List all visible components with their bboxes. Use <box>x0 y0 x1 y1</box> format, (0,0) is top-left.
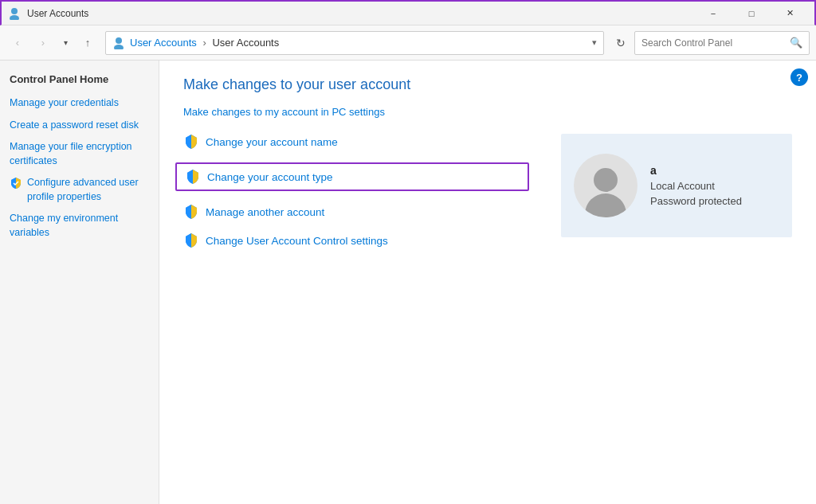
back-button[interactable]: ‹ <box>6 32 29 54</box>
sidebar-link-configure-advanced[interactable]: Configure advanced user profile properti… <box>27 176 149 204</box>
shield-icon-change-name <box>183 134 199 150</box>
account-name: a <box>650 164 742 177</box>
shield-icon-configure <box>10 177 22 189</box>
refresh-button[interactable]: ↻ <box>610 33 631 53</box>
forward-button[interactable]: › <box>32 32 54 54</box>
address-dropdown-icon[interactable]: ▾ <box>592 37 597 48</box>
account-panel: a Local Account Password protected <box>561 134 792 237</box>
sidebar-link-manage-encryption[interactable]: Manage your file encryption certificates <box>10 140 149 168</box>
content-area: ? Make changes to your user account Make… <box>159 61 816 504</box>
account-status: Password protected <box>650 195 742 207</box>
close-button[interactable]: ✕ <box>771 2 808 25</box>
account-info: a Local Account Password protected <box>650 164 742 207</box>
address-bar-icon <box>112 37 125 49</box>
svg-point-3 <box>114 45 124 49</box>
sidebar-link-create-password-reset[interactable]: Create a password reset disk <box>10 119 149 133</box>
history-dropdown[interactable]: ▾ <box>57 32 73 54</box>
account-type: Local Account <box>650 180 742 192</box>
action-change-type[interactable]: Change your account type <box>175 162 529 191</box>
breadcrumb-2: User Accounts <box>212 37 279 49</box>
minimize-button[interactable]: − <box>695 2 732 25</box>
navbar: ‹ › ▾ ↑ User Accounts › User Accounts ▾ … <box>0 25 816 61</box>
sidebar-link-change-env[interactable]: Change my environment variables <box>10 212 149 240</box>
change-uac-link[interactable]: Change User Account Control settings <box>206 235 388 247</box>
svg-point-0 <box>11 8 18 14</box>
breadcrumb-1[interactable]: User Accounts <box>130 37 197 49</box>
sidebar-link-manage-credentials[interactable]: Manage your credentials <box>10 96 149 111</box>
help-button[interactable]: ? <box>790 68 808 86</box>
main-layout: Control Panel Home Manage your credentia… <box>0 61 816 504</box>
manage-another-link[interactable]: Manage another account <box>206 206 324 218</box>
titlebar-left: User Accounts <box>8 7 88 20</box>
maximize-button[interactable]: □ <box>733 2 770 25</box>
titlebar: User Accounts − □ ✕ <box>0 0 816 25</box>
pc-settings-link[interactable]: Make changes to my account in PC setting… <box>183 106 792 118</box>
shield-icon-change-type <box>185 169 201 185</box>
address-bar[interactable]: User Accounts › User Accounts ▾ <box>105 31 604 55</box>
sidebar-title: Control Panel Home <box>10 73 149 85</box>
breadcrumb-separator: › <box>202 37 206 49</box>
avatar-head <box>594 168 618 192</box>
shield-icon-change-uac <box>183 232 199 248</box>
page-title: Make changes to your user account <box>183 76 792 93</box>
search-input[interactable] <box>641 37 785 49</box>
address-path: User Accounts › User Accounts <box>130 37 587 49</box>
account-avatar <box>574 154 638 217</box>
sidebar-link-configure-advanced-wrapper: Configure advanced user profile properti… <box>10 176 149 204</box>
change-type-link[interactable]: Change your account type <box>207 171 333 183</box>
sidebar: Control Panel Home Manage your credentia… <box>0 61 159 504</box>
titlebar-title: User Accounts <box>27 8 88 19</box>
svg-point-2 <box>116 37 122 44</box>
change-name-link[interactable]: Change your account name <box>206 136 338 148</box>
action-change-uac[interactable]: Change User Account Control settings <box>183 232 529 248</box>
svg-point-1 <box>10 15 19 20</box>
actions-list: Change your account name Change your acc… <box>183 134 529 261</box>
titlebar-controls: − □ ✕ <box>695 2 808 25</box>
search-icon[interactable]: 🔍 <box>790 37 802 49</box>
action-change-name[interactable]: Change your account name <box>183 134 529 150</box>
avatar-body <box>585 168 626 217</box>
actions-section: Change your account name Change your acc… <box>183 134 792 261</box>
shield-icon-manage-another <box>183 204 199 220</box>
search-box[interactable]: 🔍 <box>634 31 810 55</box>
up-button[interactable]: ↑ <box>76 32 99 54</box>
titlebar-app-icon <box>8 7 21 20</box>
avatar-shoulders <box>585 193 626 217</box>
action-manage-another[interactable]: Manage another account <box>183 204 529 220</box>
